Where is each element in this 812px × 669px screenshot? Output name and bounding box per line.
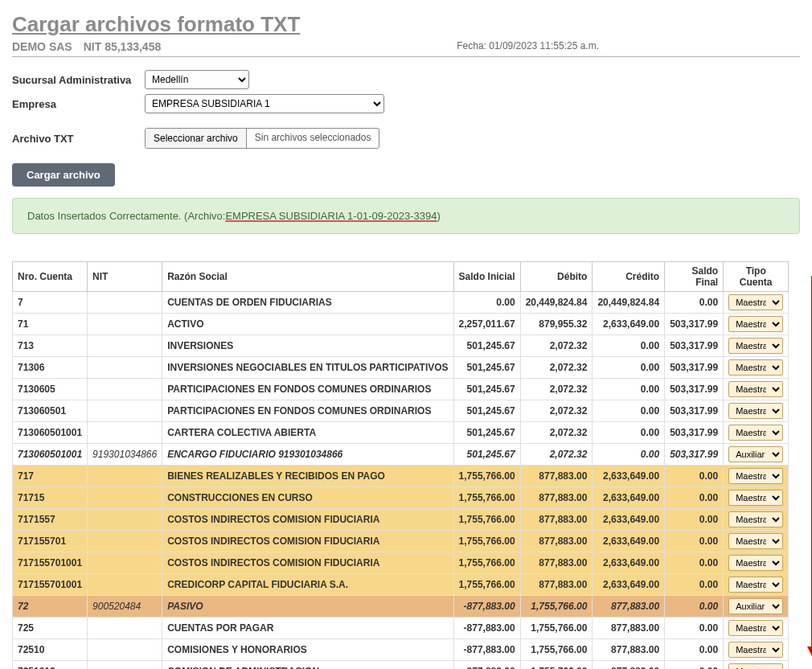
cell: INVERSIONES bbox=[162, 335, 453, 357]
cell bbox=[88, 357, 162, 379]
cell: ENCARGO FIDUCIARIO 919301034866 bbox=[162, 444, 453, 466]
cell: CONSTRUCCIONES EN CURSO bbox=[162, 487, 453, 509]
tipo-cuenta-select[interactable]: MaestraAuxiliar bbox=[728, 642, 783, 658]
tipo-cuenta-select[interactable]: MaestraAuxiliar bbox=[728, 446, 783, 462]
cell: 503,317.99 bbox=[665, 400, 724, 422]
cell: 501,245.67 bbox=[453, 379, 520, 400]
cell: 2,072.32 bbox=[520, 444, 593, 466]
col-header: Tipo Cuenta bbox=[724, 262, 789, 292]
cell: 877,883.00 bbox=[593, 596, 665, 618]
file-select-button[interactable]: Seleccionar archivo bbox=[146, 129, 247, 148]
empresa-select[interactable]: EMPRESA SUBSIDIARIA 1 bbox=[145, 94, 384, 113]
tipo-cuenta-select[interactable]: MaestraAuxiliar bbox=[728, 316, 783, 332]
table-row: 725CUENTAS POR PAGAR-877,883.001,755,766… bbox=[13, 618, 789, 639]
cell: 7251012 bbox=[13, 661, 88, 670]
cell-tipo: MaestraAuxiliar bbox=[724, 400, 789, 422]
cell-tipo: MaestraAuxiliar bbox=[724, 487, 789, 509]
tipo-cuenta-select[interactable]: MaestraAuxiliar bbox=[728, 511, 783, 527]
cell: 2,072.32 bbox=[520, 357, 593, 379]
cell: 877,883.00 bbox=[593, 639, 665, 661]
tipo-cuenta-select[interactable]: MaestraAuxiliar bbox=[728, 359, 783, 376]
cell: -877,883.00 bbox=[453, 596, 520, 618]
file-status: Sin archivos seleccionados bbox=[247, 129, 379, 148]
cell: 71715 bbox=[13, 487, 88, 509]
cell-tipo: MaestraAuxiliar bbox=[724, 422, 789, 444]
cell bbox=[88, 314, 162, 335]
cell: 1,755,766.00 bbox=[453, 552, 520, 574]
archivo-label: Archivo TXT bbox=[12, 133, 145, 145]
tipo-cuenta-select[interactable]: MaestraAuxiliar bbox=[728, 620, 783, 636]
table-row: 72900520484PASIVO-877,883.001,755,766.00… bbox=[13, 596, 789, 618]
cell: COMISION DE ADMINISTRACION bbox=[162, 661, 453, 670]
page-title: Cargar archivos formato TXT bbox=[12, 12, 800, 37]
nit-label: NIT 85,133,458 bbox=[84, 40, 162, 53]
tipo-cuenta-select[interactable]: MaestraAuxiliar bbox=[728, 425, 783, 441]
tipo-cuenta-select[interactable]: MaestraAuxiliar bbox=[728, 294, 783, 310]
cell: 0.00 bbox=[665, 552, 724, 574]
alert-file-link[interactable]: EMPRESA SUBSIDIARIA 1-01-09-2023-3394 bbox=[225, 210, 437, 222]
cell: 877,883.00 bbox=[520, 574, 593, 596]
cell: 0.00 bbox=[593, 357, 665, 379]
tipo-cuenta-select[interactable]: MaestraAuxiliar bbox=[728, 403, 783, 419]
cell: 725 bbox=[13, 618, 88, 639]
cell: 503,317.99 bbox=[665, 335, 724, 357]
table-row: 717BIENES REALIZABLES Y RECIBIDOS EN PAG… bbox=[13, 466, 789, 487]
cell: 2,633,649.00 bbox=[593, 531, 665, 552]
cell: 2,072.32 bbox=[520, 400, 593, 422]
tipo-cuenta-select[interactable]: MaestraAuxiliar bbox=[728, 663, 783, 669]
cell: 1,755,766.00 bbox=[453, 487, 520, 509]
cell: -877,883.00 bbox=[453, 618, 520, 639]
tipo-cuenta-select[interactable]: MaestraAuxiliar bbox=[728, 577, 783, 593]
cell: 713060501001 bbox=[13, 444, 88, 466]
cell: CUENTAS DE ORDEN FIDUCIARIAS bbox=[162, 292, 453, 314]
cell: 877,883.00 bbox=[520, 552, 593, 574]
load-file-button[interactable]: Cargar archivo bbox=[12, 163, 115, 187]
cell bbox=[88, 661, 162, 670]
cell: 877,883.00 bbox=[520, 466, 593, 487]
tipo-cuenta-select[interactable]: MaestraAuxiliar bbox=[728, 381, 783, 397]
cell: 877,883.00 bbox=[520, 531, 593, 552]
sucursal-select[interactable]: Medellín bbox=[145, 70, 249, 89]
file-picker: Seleccionar archivo Sin archivos selecci… bbox=[145, 128, 379, 149]
tipo-cuenta-select[interactable]: MaestraAuxiliar bbox=[728, 490, 783, 506]
cell: -877,883.00 bbox=[453, 639, 520, 661]
cell: 877,883.00 bbox=[593, 661, 665, 670]
cell: 2,633,649.00 bbox=[593, 552, 665, 574]
cell: 501,245.67 bbox=[453, 422, 520, 444]
tipo-cuenta-select[interactable]: MaestraAuxiliar bbox=[728, 533, 783, 549]
cell: 879,955.32 bbox=[520, 314, 593, 335]
table-row: 713INVERSIONES501,245.672,072.320.00503,… bbox=[13, 335, 789, 357]
table-row: 7CUENTAS DE ORDEN FIDUCIARIAS0.0020,449,… bbox=[13, 292, 789, 314]
cell: 919301034866 bbox=[88, 444, 162, 466]
cell bbox=[88, 509, 162, 531]
col-header: Saldo Inicial bbox=[453, 262, 520, 292]
cell: 2,072.32 bbox=[520, 335, 593, 357]
subheader: DEMO SAS NIT 85,133,458 Fecha: 01/09/202… bbox=[12, 40, 800, 57]
cell bbox=[88, 574, 162, 596]
cell: 0.00 bbox=[593, 422, 665, 444]
table-row: 717155701001COSTOS INDIRECTOS COMISION F… bbox=[13, 552, 789, 574]
col-header: Nro. Cuenta bbox=[13, 262, 88, 292]
tipo-cuenta-select[interactable]: MaestraAuxiliar bbox=[728, 555, 783, 571]
cell: 501,245.67 bbox=[453, 400, 520, 422]
table-row: 71306INVERSIONES NEGOCIABLES EN TITULOS … bbox=[13, 357, 789, 379]
cell: 877,883.00 bbox=[593, 618, 665, 639]
cell: 0.00 bbox=[665, 618, 724, 639]
cell: 0.00 bbox=[593, 379, 665, 400]
tipo-cuenta-select[interactable]: MaestraAuxiliar bbox=[728, 598, 783, 614]
success-alert: Datos Insertados Correctamente. (Archivo… bbox=[12, 198, 800, 234]
tipo-cuenta-select[interactable]: MaestraAuxiliar bbox=[728, 468, 783, 484]
cell: 877,883.00 bbox=[520, 487, 593, 509]
cell: 0.00 bbox=[665, 509, 724, 531]
cell: 7 bbox=[13, 292, 88, 314]
cell-tipo: MaestraAuxiliar bbox=[724, 552, 789, 574]
cell: COSTOS INDIRECTOS COMISION FIDUCIARIA bbox=[162, 509, 453, 531]
tipo-cuenta-select[interactable]: MaestraAuxiliar bbox=[728, 338, 783, 354]
col-header: Débito bbox=[520, 262, 593, 292]
cell: 900520484 bbox=[88, 596, 162, 618]
cell: 877,883.00 bbox=[520, 509, 593, 531]
cell: PARTICIPACIONES EN FONDOS COMUNES ORDINA… bbox=[162, 379, 453, 400]
sucursal-label: Sucursal Administrativa bbox=[12, 74, 145, 86]
cell: 0.00 bbox=[665, 466, 724, 487]
cell: 1,755,766.00 bbox=[453, 509, 520, 531]
